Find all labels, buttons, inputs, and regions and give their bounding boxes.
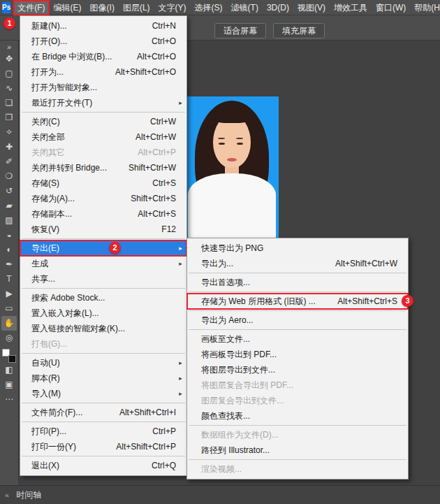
menu-item-label: 图层复合导出到文件... xyxy=(201,395,284,407)
menu-item-print-one-copy[interactable]: 打印一份(Y)Alt+Shift+Ctrl+P xyxy=(20,439,186,454)
menu-separator xyxy=(22,422,185,422)
path-selection-tool-icon[interactable]: ▶ xyxy=(1,287,17,301)
collapse-panel-icon[interactable]: » xyxy=(7,42,11,52)
more-tools-icon[interactable]: ⋯ xyxy=(1,392,17,407)
menu-item-save[interactable]: 存储(S)Ctrl+S xyxy=(20,175,186,191)
brush-tool-icon[interactable]: ✐ xyxy=(1,154,17,169)
submenu-item-paths-to-illustrator[interactable]: 路径到 Illustrator... xyxy=(187,442,408,458)
menu-item-generate[interactable]: 生成▸ xyxy=(20,256,186,271)
menu-select[interactable]: 选择(S) xyxy=(191,0,227,15)
menu-item-open-as[interactable]: 打开为...Alt+Shift+Ctrl+O xyxy=(20,64,186,80)
eraser-tool-icon[interactable]: ▰ xyxy=(1,199,17,213)
menu-item-new[interactable]: 新建(N)...Ctrl+N xyxy=(20,18,186,34)
submenu-item-export-preferences[interactable]: 导出首选项... xyxy=(187,275,408,290)
menu-item-browse-in-bridge[interactable]: 在 Bridge 中浏览(B)...Alt+Ctrl+O xyxy=(20,49,186,64)
photo-brow xyxy=(236,138,243,139)
submenu-item-artboards-to-pdf[interactable]: 将画板导出到 PDF... xyxy=(187,347,408,362)
menu-item-exit[interactable]: 退出(X)Ctrl+Q xyxy=(20,458,186,473)
menu-item-close[interactable]: 关闭(C)Ctrl+W xyxy=(20,114,186,129)
panel-chevron-icon[interactable]: « xyxy=(5,491,9,499)
eyedropper-tool-icon[interactable]: ✧ xyxy=(1,125,17,140)
quick-mask-icon[interactable]: ◧ xyxy=(1,363,17,377)
step-1-badge: 1 xyxy=(3,17,15,29)
move-tool-icon[interactable]: ✥ xyxy=(1,52,17,66)
menu-item-export[interactable]: 导出(E)2▸ xyxy=(20,240,186,256)
menu-item-search-adobe-stock[interactable]: 搜索 Adobe Stock... xyxy=(20,290,186,305)
menu-separator xyxy=(189,310,406,311)
submenu-item-artboards-to-files[interactable]: 画板至文件... xyxy=(187,331,408,347)
background-color-swatch[interactable] xyxy=(8,355,16,363)
history-brush-tool-icon[interactable]: ↺ xyxy=(1,184,17,199)
menu-item-automate[interactable]: 自动(U)▸ xyxy=(20,355,186,370)
menu-item-open-as-smart-object[interactable]: 打开为智能对象... xyxy=(20,80,186,95)
gradient-tool-icon[interactable]: ▨ xyxy=(1,213,17,228)
menu-item-label: 打开(O)... xyxy=(31,36,67,48)
spot-healing-brush-tool-icon[interactable]: ✚ xyxy=(1,140,17,154)
menu-item-open-recent[interactable]: 最近打开文件(T)▸ xyxy=(20,95,186,110)
menu-item-close-all[interactable]: 关闭全部Alt+Ctrl+W xyxy=(20,129,186,145)
menu-type[interactable]: 文字(Y) xyxy=(154,0,191,15)
menu-item-scripts[interactable]: 脚本(R)▸ xyxy=(20,370,186,386)
type-tool-icon[interactable]: T xyxy=(1,272,17,287)
menu-item-label: 数据组作为文件(D)... xyxy=(201,429,279,441)
menu-item-place-linked[interactable]: 置入链接的智能对象(K)... xyxy=(20,321,186,336)
clone-stamp-tool-icon[interactable]: ❍ xyxy=(1,169,17,184)
object-selection-tool-icon[interactable]: ❏ xyxy=(1,96,17,110)
submenu-item-color-lookup-tables[interactable]: 颜色查找表... xyxy=(187,408,408,424)
timeline-tab[interactable]: 时间轴 xyxy=(16,489,41,501)
menu-window[interactable]: 窗口(W) xyxy=(372,0,410,15)
menu-help[interactable]: 帮助(H) xyxy=(410,0,440,15)
menu-file[interactable]: 文件(F) xyxy=(13,0,49,15)
lasso-tool-icon[interactable]: ∿ xyxy=(1,81,17,96)
marquee-tool-icon[interactable]: ▢ xyxy=(1,66,17,81)
menu-item-file-info[interactable]: 文件简介(F)...Alt+Shift+Ctrl+I xyxy=(20,405,186,420)
color-swatches[interactable] xyxy=(2,349,16,363)
menu-3d[interactable]: 3D(D) xyxy=(263,0,293,15)
hand-tool-icon[interactable]: ✋ xyxy=(1,316,17,331)
menu-edit[interactable]: 编辑(E) xyxy=(50,0,86,15)
menu-item-label: 将图层导出到文件... xyxy=(201,364,275,376)
menu-item-shortcut: F12 xyxy=(154,224,176,234)
submenu-item-save-for-web-legacy[interactable]: 存储为 Web 所用格式 (旧版) ...Alt+Shift+Ctrl+S3 xyxy=(187,294,408,309)
pen-tool-icon[interactable]: ✒ xyxy=(1,257,17,272)
menu-item-shortcut: Shift+Ctrl+W xyxy=(122,163,176,173)
submenu-arrow-icon: ▸ xyxy=(176,245,185,252)
document-canvas[interactable] xyxy=(185,96,279,239)
photo-brow xyxy=(218,138,225,139)
rectangle-tool-icon[interactable]: ▭ xyxy=(1,301,17,316)
menu-image[interactable]: 图像(I) xyxy=(86,0,119,15)
menu-item-revert[interactable]: 恢复(V)F12 xyxy=(20,222,186,237)
blur-tool-icon[interactable]: ◒ xyxy=(1,228,17,243)
submenu-item-export-as[interactable]: 导出为...Alt+Shift+Ctrl+W xyxy=(187,256,408,271)
menu-item-label: 打印(P)... xyxy=(31,426,66,438)
menu-layer[interactable]: 图层(L) xyxy=(119,0,154,15)
menu-plugins[interactable]: 增效工具 xyxy=(330,0,372,15)
menu-item-close-and-go-to-bridge[interactable]: 关闭并转到 Bridge...Shift+Ctrl+W xyxy=(20,160,186,175)
menu-filter[interactable]: 滤镜(T) xyxy=(227,0,263,15)
menu-item-share[interactable]: 共享... xyxy=(20,271,186,287)
fill-screen-button[interactable]: 填充屏幕 xyxy=(273,23,325,38)
menu-separator xyxy=(22,288,185,289)
menu-item-save-a-copy[interactable]: 存储副本...Alt+Ctrl+S xyxy=(20,206,186,222)
file-menu-dropdown: 新建(N)...Ctrl+N 打开(O)...Ctrl+O 在 Bridge 中… xyxy=(20,15,187,476)
menu-item-label: 置入嵌入对象(L)... xyxy=(31,308,99,319)
zoom-tool-icon[interactable]: ◎ xyxy=(1,331,17,345)
menu-item-import[interactable]: 导入(M)▸ xyxy=(20,386,186,401)
menu-item-place-embedded[interactable]: 置入嵌入对象(L)... xyxy=(20,305,186,321)
menu-separator xyxy=(22,353,185,354)
screen-mode-icon[interactable]: ▣ xyxy=(1,377,17,392)
menu-item-open[interactable]: 打开(O)...Ctrl+O xyxy=(20,34,186,49)
menu-item-save-as[interactable]: 存储为(A)...Shift+Ctrl+S xyxy=(20,191,186,206)
submenu-item-layers-to-files[interactable]: 将图层导出到文件... xyxy=(187,362,408,377)
menu-separator xyxy=(22,112,185,113)
submenu-item-export-aero[interactable]: 导出为 Aero... xyxy=(187,312,408,328)
submenu-item-layer-comps-to-files: 图层复合导出到文件... xyxy=(187,393,408,408)
submenu-item-quick-export-png[interactable]: 快速导出为 PNG xyxy=(187,240,408,256)
menu-item-shortcut: Alt+Shift+Ctrl+W xyxy=(328,259,397,268)
dodge-tool-icon[interactable]: ◐ xyxy=(1,243,17,257)
crop-tool-icon[interactable]: ❐ xyxy=(1,110,17,125)
menu-item-shortcut: Ctrl+O xyxy=(145,36,176,46)
fit-screen-button[interactable]: 适合屏幕 xyxy=(214,23,266,38)
menu-item-print[interactable]: 打印(P)...Ctrl+P xyxy=(20,424,186,439)
menu-view[interactable]: 视图(V) xyxy=(293,0,330,15)
